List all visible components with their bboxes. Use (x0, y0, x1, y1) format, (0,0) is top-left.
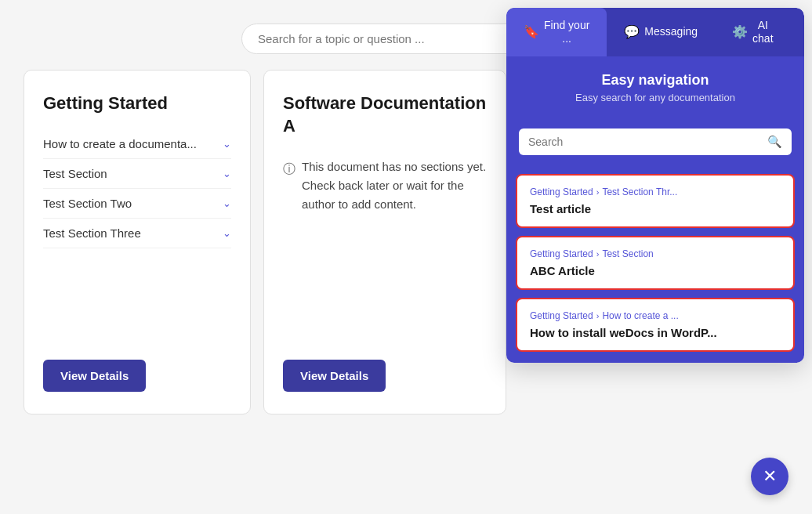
ai-chat-icon: ⚙️ (732, 24, 748, 39)
result-card[interactable]: Getting Started › Test Section Thr... Te… (516, 174, 795, 228)
result-title: How to install weDocs in WordP... (530, 326, 781, 339)
doc-info-message: ⓘ This document has no sections yet. Che… (283, 157, 487, 214)
main-background: Getting Started How to create a document… (0, 0, 812, 514)
chevron-down-icon: ⌄ (223, 168, 231, 179)
breadcrumb-arrow-icon: › (596, 311, 600, 320)
close-button[interactable]: ✕ (751, 458, 788, 495)
popup-header: Easy navigation Easy search for any docu… (506, 56, 804, 118)
popup-panel: 🔖 Find your... 💬 Messaging ⚙️ AIchat Eas… (506, 8, 804, 363)
software-doc-title: Software Documentation A (283, 92, 487, 137)
section-item[interactable]: Test Section Three ⌄ (43, 219, 231, 248)
view-details-button[interactable]: View Details (43, 360, 146, 392)
popup-search-box: 🔍 (519, 128, 792, 155)
breadcrumb-section: How to create a ... (602, 310, 678, 321)
info-icon: ⓘ (283, 159, 295, 179)
section-item[interactable]: How to create a documenta... ⌄ (43, 129, 231, 159)
result-breadcrumb: Getting Started › How to create a ... (530, 310, 781, 321)
tab-find-label: Find your... (544, 19, 589, 45)
tab-messaging[interactable]: 💬 Messaging (607, 8, 715, 56)
section-item[interactable]: Test Section ⌄ (43, 159, 231, 189)
section-label: Test Section Three (43, 226, 141, 240)
messaging-icon: 💬 (624, 24, 640, 39)
result-card[interactable]: Getting Started › How to create a ... Ho… (516, 298, 795, 352)
result-card[interactable]: Getting Started › Test Section ABC Artic… (516, 236, 795, 290)
popup-title: Easy navigation (525, 72, 785, 89)
section-label: Test Section Two (43, 197, 132, 210)
result-title: ABC Article (530, 264, 781, 277)
popup-search-input[interactable] (528, 136, 761, 148)
breadcrumb-root: Getting Started (530, 310, 593, 321)
chevron-down-icon: ⌄ (223, 197, 231, 209)
tab-find[interactable]: 🔖 Find your... (506, 8, 607, 56)
result-title: Test article (530, 202, 781, 215)
breadcrumb-root: Getting Started (530, 248, 593, 259)
doc-info-text: This document has no sections yet. Check… (302, 157, 487, 214)
view-details-button-b[interactable]: View Details (283, 360, 386, 392)
chevron-down-icon: ⌄ (223, 138, 231, 150)
breadcrumb-section: Test Section Thr... (602, 186, 677, 197)
section-label: How to create a documenta... (43, 137, 197, 150)
software-doc-card: Software Documentation A ⓘ This document… (263, 70, 506, 414)
search-icon: 🔍 (767, 135, 782, 149)
section-label: Test Section (43, 167, 107, 180)
breadcrumb-arrow-icon: › (596, 249, 600, 259)
result-breadcrumb: Getting Started › Test Section Thr... (530, 186, 781, 197)
tab-ai-chat[interactable]: ⚙️ AIchat (715, 8, 790, 56)
popup-search-row: 🔍 (506, 118, 804, 166)
result-breadcrumb: Getting Started › Test Section (530, 248, 781, 259)
breadcrumb-root: Getting Started (530, 186, 593, 197)
getting-started-card: Getting Started How to create a document… (24, 70, 251, 414)
getting-started-title: Getting Started (43, 92, 231, 115)
breadcrumb-section: Test Section (602, 248, 653, 259)
find-icon: 🔖 (524, 24, 539, 39)
breadcrumb-arrow-icon: › (596, 187, 600, 197)
section-item[interactable]: Test Section Two ⌄ (43, 189, 231, 219)
popup-results: Getting Started › Test Section Thr... Te… (506, 166, 804, 363)
chevron-down-icon: ⌄ (223, 227, 231, 239)
popup-subtitle: Easy search for any documentation (525, 92, 785, 103)
tab-ai-label: AIchat (752, 19, 773, 45)
tab-messaging-label: Messaging (644, 25, 698, 38)
